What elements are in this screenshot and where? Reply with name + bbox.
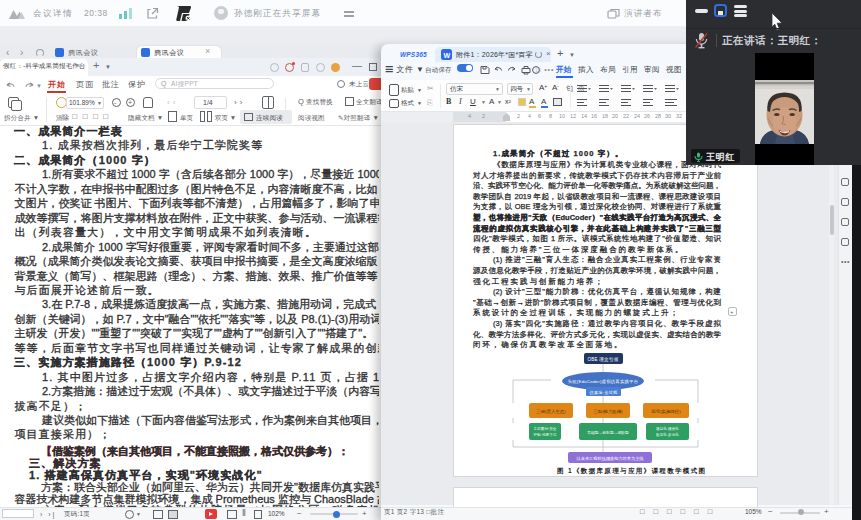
- svg-text:数字化·多元化: 数字化·多元化: [656, 432, 679, 437]
- svg-text:基础型→创新型→进阶型: 基础型→创新型→进阶型: [587, 430, 629, 435]
- svg-text:护航·场景下沉: 护航·场景下沉: [534, 432, 557, 437]
- svg-text:项目化·模块化: 项目化·模块化: [656, 426, 679, 431]
- svg-text:工程案例·安全: 工程案例·安全: [534, 426, 557, 431]
- svg-text:三融(育人生态): 三融(育人生态): [536, 409, 566, 414]
- svg-text:三型(能力阶梯): 三型(能力阶梯): [593, 409, 623, 414]
- svg-text:四化(实施路径): 四化(实施路径): [651, 408, 681, 414]
